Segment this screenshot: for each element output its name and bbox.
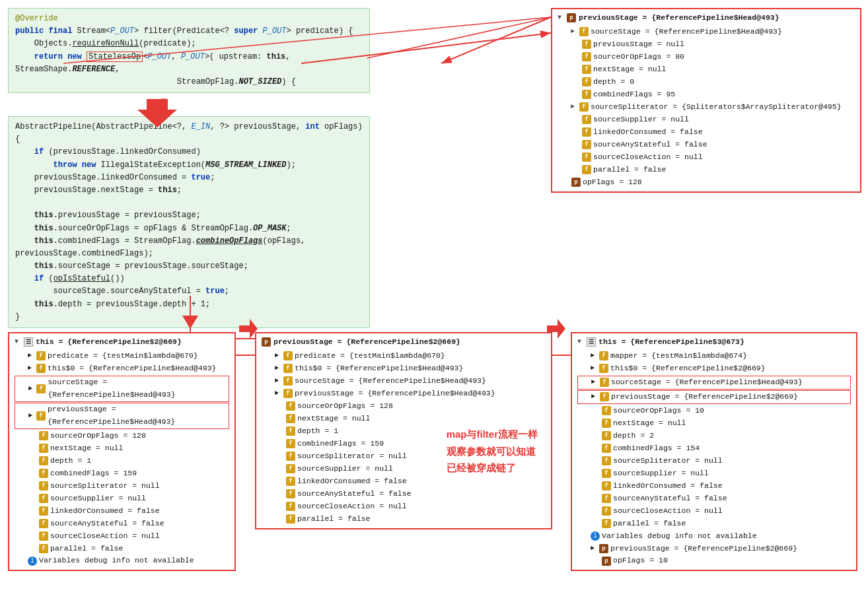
f-icon: f [602,481,611,491]
debug-row: ► p previousStage = {ReferencePipeline$2… [577,543,851,555]
debug-row: f parallel = false [262,513,546,526]
f-icon: f [39,481,48,491]
debug-item-text: sourceOrOpFlags = 128 [50,430,146,442]
debug-header-bl: ▼ ☰ this = {ReferencePipeline$2@669} [15,336,229,349]
debug-row: ► f mapper = {testMain$lambda@674} [577,350,851,362]
expand-arrow-bl[interactable]: ▼ [15,337,21,348]
code-line-abstract-14: } [15,311,363,323]
f-icon: f [39,544,48,553]
debug-item-text: this$0 = {ReferencePipeline$Head@493} [48,362,216,375]
debug-row: ► f this$0 = {ReferencePipeline$Head@493… [15,362,229,375]
debug-item-text: sourceSpliterator = null [613,455,723,467]
debug-item-text: combinedFlags = 154 [613,442,700,455]
f-icon: f [36,411,46,421]
debug-panel-bottom-left: ▼ ☰ this = {ReferencePipeline$2@669} ► f… [8,332,236,571]
f-icon: f [579,102,589,112]
debug-item-text: opFlags = 128 [583,176,642,189]
f-icon: f [582,115,591,124]
f-icon: f [39,469,48,478]
debug-item-text: linkedOrConsumed = false [613,480,723,493]
debug-row-source-stage: ► f sourceStage = {ReferencePipeline$Hea… [15,376,229,402]
f-icon: f [600,378,609,387]
f-icon: f [600,392,609,401]
expand-arrow[interactable]: ▼ [558,13,564,24]
f-icon: f [602,494,611,503]
debug-item-text: sourceSupplier = null [50,493,146,505]
f-icon: f [39,531,48,541]
debug-row: p opFlags = 128 [558,176,855,189]
code-line-4: StreamOpFlag.NOT_SIZED) { [15,76,363,88]
code-line-abstract-1: AbstractPipeline(AbstractPipeline<?, E_I… [15,121,363,146]
debug-item-text: sourceStage = {ReferencePipeline$Head@49… [48,376,229,401]
debug-row: f depth = 2 [577,430,851,442]
code-line-3: return new StatelessOp<P_OUT, P_OUT>( up… [15,51,363,76]
debug-item-text: nextStage = null [50,442,123,455]
debug-item-text: predicate = {testMain$lambda@670} [48,350,198,362]
debug-item-text: sourceAnyStateful = false [50,518,164,530]
debug-item-text: opFlags = 10 [613,555,668,567]
debug-row: f sourceSpliterator = null [577,455,851,467]
expand-arrow[interactable]: ► [591,351,597,362]
main-container: @Override public final Stream<P_OUT> fil… [5,5,863,607]
debug-row: f depth = 1 [15,455,229,467]
debug-item-text: sourceOrOpFlags = 10 [613,405,704,417]
debug-item-text: previousStage = null [593,38,684,51]
debug-item-text: sourceSupplier = null [613,467,709,480]
debug-header-top-right: ▼ p previousStage = {ReferencePipeline$H… [558,12,855,24]
expand-arrow[interactable]: ► [28,363,34,374]
debug-item-text: sourceCloseAction = null [613,505,723,518]
expand-arrow[interactable]: ► [591,543,597,555]
debug-row: f linkedOrConsumed = false [15,505,229,518]
bottom-code-panel: AbstractPipeline(AbstractPipeline<?, E_I… [8,116,370,328]
f-icon: f [283,364,293,373]
debug-item-text: linkedOrConsumed = false [593,126,703,139]
f-icon: f [283,389,293,398]
debug-item-text: sourceAnyStateful = false [593,139,707,151]
debug-item-text: nextStage = null [613,417,686,430]
f-icon: f [286,489,295,498]
f-icon: f [599,351,608,360]
expand-arrow[interactable]: ► [591,363,597,374]
expand-arrow-spliterator[interactable]: ► [571,102,577,113]
expand-arrow[interactable]: ► [275,376,281,387]
debug-row: f sourceSupplier = null [558,114,855,126]
debug-row: f sourceSupplier = null [15,493,229,505]
expand-arrow[interactable]: ► [28,351,34,362]
f-icon: f [39,519,48,528]
f-icon: f [39,444,48,453]
debug-row: f linkedOrConsumed = false [262,475,546,488]
f-icon: f [582,127,591,137]
debug-item-text: sourceSpliterator = {Spliterators$ArrayS… [591,101,842,114]
f-icon: f [602,519,611,528]
f-icon: f [283,351,293,360]
expand-arrow[interactable]: ► [275,363,281,374]
expand-arrow[interactable]: ► [28,384,34,395]
f-icon: f [286,502,295,511]
f-icon: f [602,456,611,465]
debug-row: ► f this$0 = {ReferencePipeline$Head@493… [262,362,546,375]
f-icon: f [286,426,295,436]
debug-panel-bottom-right: ▼ ☰ this = {ReferencePipeline$3@673} ► f… [571,332,857,571]
f-icon: f [286,401,295,411]
debug-row: f sourceCloseAction = null [15,530,229,543]
expand-arrow[interactable]: ► [591,391,598,403]
f-icon: f [602,431,611,440]
debug-item-text: previousStage = {ReferencePipeline$2@669… [610,543,797,555]
debug-item-text: parallel = false [50,543,123,555]
expand-arrow-src[interactable]: ► [571,26,577,38]
expand-arrow[interactable]: ► [28,411,34,422]
debug-row: f parallel = false [577,518,851,530]
expand-arrow[interactable]: ► [591,377,598,388]
f-icon: f [39,494,48,503]
expand-arrow[interactable]: ► [275,351,281,362]
p-icon: p [602,557,611,566]
expand-arrow[interactable]: ► [275,388,281,399]
expand-arrow-br[interactable]: ▼ [577,337,584,348]
debug-row: f nextStage = null [15,442,229,455]
debug-item-text: combinedFlags = 95 [593,88,675,101]
debug-item-text: Variables debug info not available [39,555,194,567]
f-icon: f [286,439,295,448]
f-icon: f [286,414,295,423]
debug-item-text: predicate = {testMain$lambda@670} [295,350,445,362]
debug-item-text: nextStage = null [297,413,370,425]
